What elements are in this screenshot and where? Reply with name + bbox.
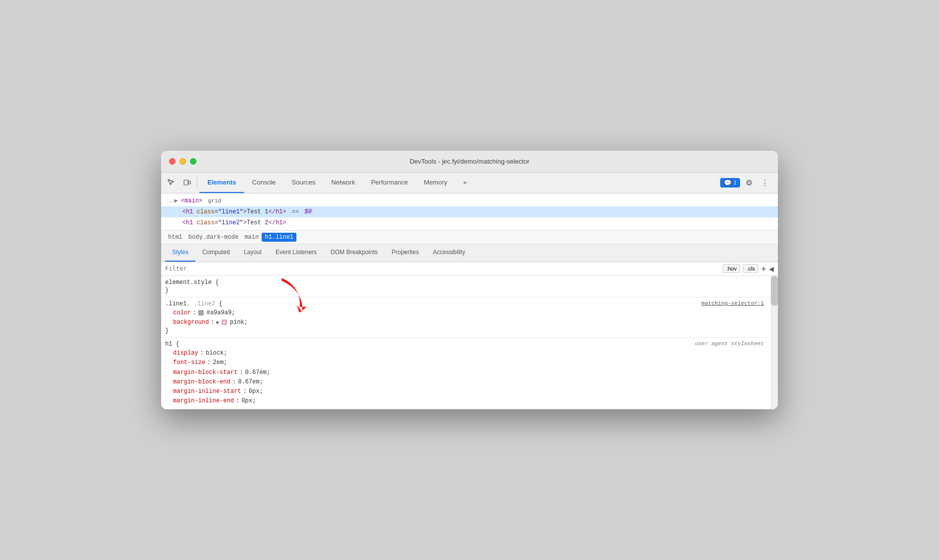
tab-sources[interactable]: Sources: [284, 173, 324, 193]
prop-name-mbe: margin-block-end: [173, 377, 230, 387]
toolbar-tabs: Elements Console Sources Network Perform…: [199, 173, 720, 193]
breadcrumb-h1[interactable]: h1.line1: [262, 233, 296, 242]
devtools-window: DevTools - jec.fyi/demo/matching-selecto…: [161, 151, 778, 410]
prop-value-color: #a9a9a9;: [206, 308, 235, 318]
dom-tag-3: <h1 class="line2">Test 2</h1>: [183, 219, 286, 226]
colon: :: [193, 308, 196, 318]
window-title: DevTools - jec.fyi/demo/matching-selecto…: [410, 158, 530, 165]
console-badge[interactable]: 💬 1: [720, 178, 740, 187]
panel-tab-dom-breakpoints[interactable]: DOM Breakpoints: [324, 244, 385, 262]
styles-source-ua: user agent stylesheet: [695, 341, 764, 347]
settings-icon[interactable]: ⚙: [742, 176, 756, 189]
prop-value-bg: pink;: [230, 318, 248, 327]
expand-icon: ▶: [175, 197, 178, 204]
traffic-lights: [169, 158, 196, 165]
styles-selector-line: .line1, .line2 {: [165, 300, 774, 307]
expand-icon-bg[interactable]: ▶: [216, 319, 219, 327]
breadcrumb-body[interactable]: body.dark-mode: [186, 233, 242, 242]
breadcrumb: html body.dark-mode main h1.line1: [161, 231, 778, 244]
prop-value-mis: 0px;: [249, 387, 263, 396]
prop-value-mbe: 0.67em;: [238, 377, 263, 387]
add-style-icon[interactable]: +: [761, 264, 766, 274]
dom-row[interactable]: … ▶ <main> grid: [161, 195, 778, 206]
filter-input[interactable]: [165, 265, 719, 272]
device-mode-icon[interactable]: [179, 175, 195, 190]
closing-brace-element: }: [165, 287, 774, 294]
prop-name-background: background: [173, 318, 209, 327]
selector-line2: .line2: [194, 300, 215, 307]
toggle-sidebar-icon[interactable]: ◀: [769, 264, 774, 274]
css-prop-margin-inline-start: margin-inline-start: 0px;: [165, 387, 774, 396]
tab-performance[interactable]: Performance: [363, 173, 416, 193]
color-swatch-color[interactable]: [198, 308, 204, 318]
cls-button[interactable]: .cls: [743, 264, 758, 273]
selector-text: element.style {: [165, 279, 219, 286]
tab-elements[interactable]: Elements: [199, 173, 244, 193]
swatch: [198, 310, 203, 315]
styles-selector-h1: h1 {: [165, 341, 774, 348]
prop-name-mbs: margin-block-start: [173, 368, 238, 377]
panel-tab-styles[interactable]: Styles: [165, 244, 195, 262]
tab-network[interactable]: Network: [323, 173, 363, 193]
styles-selector-element: element.style {: [165, 279, 774, 286]
panel-tab-properties[interactable]: Properties: [385, 244, 426, 262]
styles-source-link[interactable]: matching-selector:1: [702, 300, 764, 306]
scrollbar-thumb[interactable]: [771, 276, 778, 306]
selector-h1: h1 {: [165, 341, 180, 348]
css-prop-margin-block-start: margin-block-start: 0.67em;: [165, 368, 774, 377]
selector-sep: ,: [187, 300, 193, 307]
tab-overflow[interactable]: »: [455, 173, 474, 193]
css-prop-margin-inline-end: margin-inline-end: 0px;: [165, 396, 774, 406]
panel-tabs: Styles Computed Layout Event Listeners D…: [161, 244, 778, 262]
devtools-toolbar: Elements Console Sources Network Perform…: [161, 173, 778, 193]
css-prop-display: display: block;: [165, 349, 774, 358]
dom-tag: <main> grid: [181, 197, 221, 204]
panel-tab-accessibility[interactable]: Accessibility: [426, 244, 472, 262]
breadcrumb-main[interactable]: main: [242, 233, 262, 242]
inspect-element-icon[interactable]: [163, 175, 179, 190]
hov-button[interactable]: :hov: [723, 264, 740, 273]
minimize-button[interactable]: [180, 158, 186, 165]
selector-open: {: [215, 300, 222, 307]
filter-bar: :hov .cls + ◀: [161, 262, 778, 276]
tab-memory[interactable]: Memory: [416, 173, 455, 193]
dom-row-3[interactable]: … <h1 class="line2">Test 2</h1>: [161, 217, 778, 228]
prop-name-font-size: font-size: [173, 358, 205, 368]
prop-value-font-size: 2em;: [213, 358, 227, 368]
panel-tab-computed[interactable]: Computed: [195, 244, 237, 262]
closing-brace-line: }: [165, 327, 774, 334]
prop-value-mbs: 0.67em;: [245, 368, 270, 377]
close-button[interactable]: [169, 158, 176, 165]
breadcrumb-html[interactable]: html: [165, 233, 186, 242]
styles-content: element.style { } .line1, .line2 { match…: [161, 276, 778, 410]
css-prop-background: background: ▶ pink;: [165, 318, 774, 327]
maximize-button[interactable]: [190, 158, 196, 165]
style-section-element: element.style { }: [161, 276, 778, 297]
styles-panel: element.style { } .line1, .line2 { match…: [161, 276, 778, 410]
dom-row-selected[interactable]: … <h1 class="line1">Test 1</h1> == $0: [161, 206, 778, 217]
panel-tab-layout[interactable]: Layout: [237, 244, 269, 262]
svg-rect-0: [184, 180, 188, 185]
panel-tab-event-listeners[interactable]: Event Listeners: [269, 244, 324, 262]
scrollbar-track[interactable]: [771, 276, 778, 410]
selector-line1: .line1: [165, 300, 187, 307]
prop-value-mie: 0px;: [242, 396, 256, 406]
more-options-icon[interactable]: ⋮: [758, 176, 772, 189]
prop-value-display: block;: [206, 349, 227, 358]
swatch-pink: [222, 320, 227, 325]
css-prop-margin-block-end: margin-block-end: 0.67em;: [165, 377, 774, 387]
dom-tag-2: <h1 class="line1">Test 1</h1> == $0: [183, 208, 312, 215]
style-section-line: .line1, .line2 { matching-selector:1 col…: [161, 297, 778, 338]
css-prop-color: color: #a9a9a9;: [165, 308, 774, 318]
toolbar-right: 💬 1 ⚙ ⋮: [720, 176, 776, 189]
dom-ellipsis: …: [169, 198, 173, 204]
color-swatch-bg[interactable]: [222, 318, 228, 327]
tab-console[interactable]: Console: [244, 173, 284, 193]
prop-name-display: display: [173, 349, 198, 358]
svg-rect-1: [188, 181, 190, 184]
toolbar-separator: [197, 177, 197, 188]
titlebar: DevTools - jec.fyi/demo/matching-selecto…: [161, 151, 778, 173]
prop-name-mie: margin-inline-end: [173, 396, 234, 406]
prop-name-color: color: [173, 308, 191, 318]
filter-actions: :hov .cls + ◀: [723, 264, 774, 274]
